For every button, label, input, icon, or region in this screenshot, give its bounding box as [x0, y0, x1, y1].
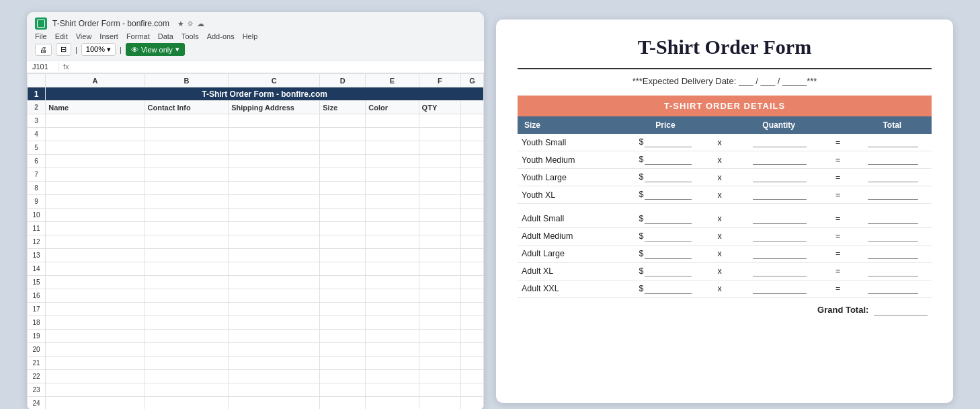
col-quantity-header: Quantity — [735, 116, 823, 134]
corner-cell — [28, 74, 46, 87]
table-row: 4 — [28, 128, 484, 141]
order-row-youth-small: Youth Small $ x = — [518, 134, 932, 151]
qty-youth-xl[interactable] — [735, 186, 823, 204]
table-row: 3 — [28, 114, 484, 128]
price-youth-large[interactable]: $ — [626, 169, 704, 186]
cloud-icon[interactable]: ☁ — [197, 20, 204, 28]
view-only-button[interactable]: 👁 View only ▾ — [126, 43, 185, 56]
table-row: 18 — [28, 316, 484, 330]
price-youth-medium[interactable]: $ — [626, 151, 704, 169]
qty-adult-small[interactable] — [735, 211, 823, 228]
menu-insert[interactable]: Insert — [99, 32, 118, 40]
price-adult-xl[interactable]: $ — [626, 262, 704, 280]
size-adult-small: Adult Small — [518, 211, 626, 228]
total-youth-medium[interactable] — [853, 151, 932, 169]
eq-youth-medium: = — [823, 151, 853, 169]
price-adult-small[interactable]: $ — [626, 211, 704, 228]
cell-reference[interactable]: J101 — [32, 63, 59, 71]
menu-addons[interactable]: Add-ons — [207, 32, 235, 40]
eq-youth-xl: = — [823, 186, 853, 204]
col-F[interactable]: F — [419, 74, 460, 87]
camera-icon[interactable]: ⛭ — [187, 20, 194, 28]
menu-bar: File Edit View Insert Format Data Tools … — [35, 32, 476, 40]
col-G[interactable]: G — [460, 74, 483, 87]
mult-youth-small: x — [705, 134, 735, 151]
star-icon[interactable]: ★ — [177, 20, 184, 28]
menu-help[interactable]: Help — [243, 32, 258, 40]
col-E[interactable]: E — [366, 74, 419, 87]
total-youth-large[interactable] — [853, 169, 932, 186]
total-adult-small[interactable] — [853, 211, 932, 228]
total-adult-medium[interactable] — [853, 227, 932, 245]
menu-file[interactable]: File — [35, 32, 47, 40]
size-youth-large: Youth Large — [518, 169, 626, 186]
table-row: 12 — [28, 235, 484, 249]
col-eq-header — [823, 116, 853, 134]
col-B[interactable]: B — [145, 74, 229, 87]
col-size[interactable]: Size — [320, 101, 366, 114]
print-button[interactable]: 🖨 — [35, 44, 52, 56]
table-row: 5 — [28, 141, 484, 155]
col-C[interactable]: C — [229, 74, 320, 87]
total-adult-large[interactable] — [853, 245, 932, 262]
tab-title: T-Shirt Order Form - bonfire.com — [52, 19, 169, 28]
table-row: 16 — [28, 289, 484, 303]
total-adult-xl[interactable] — [853, 262, 932, 280]
qty-youth-small[interactable] — [735, 134, 823, 151]
total-youth-xl[interactable] — [853, 186, 932, 204]
tab-bar: T-Shirt Order Form - bonfire.com ★ ⛭ ☁ — [35, 17, 476, 30]
size-youth-medium: Youth Medium — [518, 151, 626, 169]
col-color[interactable]: Color — [366, 101, 419, 114]
menu-tools[interactable]: Tools — [181, 32, 199, 40]
col-A[interactable]: A — [46, 74, 145, 87]
table-row: 15 — [28, 276, 484, 289]
col-contact[interactable]: Contact Info — [145, 101, 229, 114]
qty-adult-xl[interactable] — [735, 262, 823, 280]
table-row: 11 — [28, 222, 484, 235]
grand-total-value[interactable] — [874, 305, 928, 315]
col-name[interactable]: Name — [46, 101, 145, 114]
col-address[interactable]: Shipping Address — [229, 101, 320, 114]
table-row: 9 — [28, 195, 484, 209]
ss-table: A B C D E F G 1 T-Shirt Order Form - bon… — [27, 73, 484, 409]
total-adult-xxl[interactable] — [853, 280, 932, 297]
qty-adult-medium[interactable] — [735, 227, 823, 245]
qty-youth-large[interactable] — [735, 169, 823, 186]
col-D[interactable]: D — [320, 74, 366, 87]
menu-data[interactable]: Data — [158, 32, 173, 40]
menu-edit[interactable]: Edit — [55, 32, 68, 40]
qty-adult-large[interactable] — [735, 245, 823, 262]
price-youth-small[interactable]: $ — [626, 134, 704, 151]
price-adult-xxl[interactable]: $ — [626, 280, 704, 297]
price-adult-large[interactable]: $ — [626, 245, 704, 262]
filter-button[interactable]: ⊟ — [56, 43, 71, 56]
spreadsheet-panel: T-Shirt Order Form - bonfire.com ★ ⛭ ☁ F… — [27, 12, 484, 409]
menu-format[interactable]: Format — [126, 32, 150, 40]
order-row-adult-xxl: Adult XXL $ x = — [518, 280, 932, 297]
eye-icon: 👁 — [131, 46, 138, 54]
toolbar: 🖨 ⊟ | 100% ▾ | 👁 View only ▾ — [35, 43, 476, 56]
size-adult-xl: Adult XL — [518, 262, 626, 280]
zoom-control[interactable]: 100% ▾ — [81, 43, 116, 56]
price-adult-medium[interactable]: $ — [626, 227, 704, 245]
form-title: T-Shirt Order Form — [518, 36, 932, 59]
mult-adult-small: x — [705, 211, 735, 228]
total-youth-small[interactable] — [853, 134, 932, 151]
spreadsheet-header-title: T-Shirt Order Form - bonfire.com — [46, 87, 484, 101]
order-table-title: T-SHIRT ORDER DETAILS — [518, 96, 932, 116]
table-row: 14 — [28, 262, 484, 276]
qty-youth-medium[interactable] — [735, 151, 823, 169]
tab-icons: ★ ⛭ ☁ — [177, 20, 204, 28]
row-num: 1 — [28, 87, 46, 101]
size-adult-xxl: Adult XXL — [518, 280, 626, 297]
size-adult-medium: Adult Medium — [518, 227, 626, 245]
menu-view[interactable]: View — [76, 32, 92, 40]
fx-label: fx — [63, 63, 69, 71]
qty-adult-xxl[interactable] — [735, 280, 823, 297]
col-qty[interactable]: QTY — [419, 101, 460, 114]
col-total-header: Total — [853, 116, 932, 134]
order-form-panel: T-Shirt Order Form ***Expected Delivery … — [496, 20, 953, 403]
mult-youth-large: x — [705, 169, 735, 186]
col-price-header: Price — [626, 116, 704, 134]
price-youth-xl[interactable]: $ — [626, 186, 704, 204]
